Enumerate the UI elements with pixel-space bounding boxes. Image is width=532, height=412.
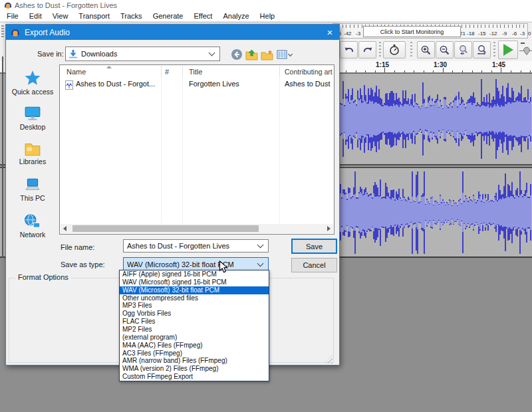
- toolbar-grip[interactable]: [1, 25, 4, 39]
- save-as-type-combobox[interactable]: WAV (Microsoft) 32-bit float PCM: [123, 257, 269, 271]
- menu-item-effect[interactable]: Effect: [189, 11, 218, 21]
- track-panel-left-edge: [2, 56, 3, 258]
- menu-item-file[interactable]: File: [1, 11, 24, 21]
- meter-scale-label: -9: [502, 31, 507, 37]
- toolbar-separator: [410, 42, 412, 58]
- sidebar-item-label: Libraries: [7, 157, 58, 165]
- format-option[interactable]: Ogg Vorbis Files: [120, 310, 269, 318]
- track-1-waveform[interactable]: [337, 74, 532, 163]
- sort-ascending-icon: [106, 66, 112, 68]
- format-option[interactable]: (external program): [120, 334, 269, 342]
- nav-back-button[interactable]: [229, 48, 243, 61]
- format-option[interactable]: WAV (Microsoft) signed 16-bit PCM: [120, 278, 269, 286]
- audacity-dialog-icon: [11, 28, 20, 37]
- save-button[interactable]: Save: [291, 239, 337, 254]
- timer-button[interactable]: [383, 41, 406, 58]
- column-divider: [161, 65, 162, 223]
- format-option[interactable]: WMA (version 2) Files (FFmpeg): [120, 365, 269, 373]
- meter-scale-label: -18: [467, 31, 475, 37]
- sidebar-item-desktop[interactable]: Desktop: [7, 106, 58, 131]
- menu-item-help[interactable]: Help: [255, 11, 281, 21]
- undo-button[interactable]: [340, 41, 358, 58]
- views-button[interactable]: [275, 48, 293, 61]
- column-header-number[interactable]: #: [165, 65, 169, 78]
- format-option[interactable]: AC3 Files (FFmpeg): [120, 350, 269, 358]
- format-option[interactable]: Custom FFmpeg Export: [120, 373, 269, 381]
- column-header-title[interactable]: Title: [189, 65, 202, 78]
- column-header-divider: [182, 66, 183, 77]
- file-name-value: Ashes to Dust - Forgotten Lives: [124, 242, 255, 250]
- sidebar-item-quick-access[interactable]: Quick access: [7, 70, 58, 96]
- cell-number: [165, 80, 181, 90]
- zoom-out-icon: [439, 45, 450, 56]
- scroll-thumb[interactable]: [72, 225, 259, 232]
- slider-minus-tick: [521, 43, 525, 44]
- up-folder-icon: [245, 49, 258, 60]
- nav-up-button[interactable]: [245, 48, 259, 61]
- sidebar-item-this-pc[interactable]: This PC: [7, 177, 58, 202]
- format-option[interactable]: FLAC Files: [120, 318, 269, 326]
- downloads-icon: [68, 49, 78, 58]
- meter-scale-label: 0: [528, 31, 531, 37]
- track-2-waveform[interactable]: [337, 169, 532, 256]
- meter-scale-label: -15: [478, 31, 486, 37]
- menu-item-view[interactable]: View: [47, 11, 74, 21]
- playback-speed-slider[interactable]: [519, 41, 532, 58]
- save-as-type-value: WAV (Microsoft) 32-bit float PCM: [124, 260, 255, 268]
- h-scrollbar[interactable]: [61, 224, 333, 233]
- menu-item-edit[interactable]: Edit: [24, 11, 47, 21]
- save-as-type-label: Save as type:: [61, 260, 105, 268]
- column-divider: [182, 65, 183, 223]
- cell-artist: Ashes to Dust: [285, 80, 334, 90]
- cell-name: Ashes to Dust - Forgot...: [76, 80, 160, 90]
- new-folder-icon: [261, 49, 273, 60]
- sidebar-item-libraries[interactable]: Libraries: [7, 142, 58, 165]
- menu-item-analyze[interactable]: Analyze: [217, 11, 254, 21]
- toolbar-separator: [379, 42, 381, 58]
- zoom-fit-button[interactable]: [473, 41, 491, 58]
- window-titlebar: Ashes to Dust - Forgotten Lives: [0, 0, 532, 11]
- meter-toolbar[interactable]: 45 -42 -3 21 -18 -15 -12 -9 -6 -3 0 Clic…: [332, 23, 528, 39]
- menu-item-transport[interactable]: Transport: [73, 11, 115, 21]
- zoom-selection-button[interactable]: [454, 41, 472, 58]
- scroll-right-icon[interactable]: [327, 226, 331, 231]
- meter-scale-label: -42: [344, 31, 352, 37]
- menu-item-generate[interactable]: Generate: [148, 11, 189, 21]
- sidebar-item-label: Quick access: [7, 88, 58, 96]
- format-option[interactable]: WAV (Microsoft) 32-bit float PCM: [120, 286, 269, 294]
- save-in-value: Downloads: [78, 50, 207, 58]
- save-in-combobox[interactable]: Downloads: [65, 47, 220, 61]
- zoom-out-button[interactable]: [436, 41, 454, 58]
- desktop-icon: [24, 106, 41, 122]
- file-name-combobox[interactable]: Ashes to Dust - Forgotten Lives: [123, 239, 269, 253]
- file-list: Name # Title Contributing art Ashes to D…: [59, 64, 334, 235]
- dialog-titlebar[interactable]: Export Audio ×: [6, 25, 339, 40]
- play-button[interactable]: [498, 41, 518, 59]
- format-options-label: Format Options: [15, 273, 71, 281]
- chevron-down-icon: [257, 260, 264, 266]
- libraries-icon: [24, 142, 41, 156]
- zoom-in-button[interactable]: [417, 41, 435, 58]
- sidebar-item-network[interactable]: Network: [7, 213, 58, 239]
- star-icon: [24, 70, 41, 86]
- format-option[interactable]: Other uncompressed files: [120, 294, 269, 302]
- format-option[interactable]: AIFF (Apple) signed 16-bit PCM: [120, 270, 269, 278]
- close-button[interactable]: ×: [324, 26, 336, 38]
- column-header-artist[interactable]: Contributing art: [285, 65, 334, 78]
- file-name-label: File name:: [61, 243, 94, 251]
- new-folder-button[interactable]: [260, 48, 274, 61]
- column-header-name[interactable]: Name: [66, 65, 86, 78]
- format-option[interactable]: MP2 Files: [120, 326, 269, 334]
- audacity-window: Ashes to Dust - Forgotten Lives File Edi…: [0, 0, 532, 412]
- views-icon: [277, 50, 287, 59]
- menu-item-tracks[interactable]: Tracks: [115, 11, 148, 21]
- format-option[interactable]: MP3 Files: [120, 302, 269, 310]
- cancel-button[interactable]: Cancel: [291, 258, 337, 272]
- format-option[interactable]: M4A (AAC) Files (FFmpeg): [120, 342, 269, 350]
- redo-button[interactable]: [358, 41, 376, 58]
- format-option[interactable]: AMR (narrow band) Files (FFmpeg): [120, 357, 269, 365]
- scroll-left-icon[interactable]: [63, 226, 66, 231]
- sidebar-item-label: Desktop: [7, 123, 58, 131]
- sidebar-item-label: This PC: [7, 194, 58, 202]
- chevron-down-icon: [288, 51, 293, 56]
